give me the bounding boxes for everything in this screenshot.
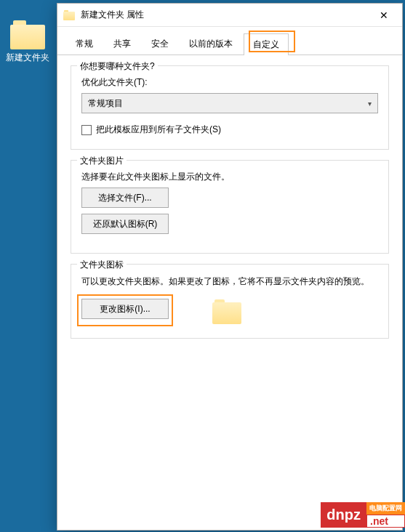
group-title: 文件夹图片 — [77, 155, 127, 167]
tab-customize[interactable]: 自定义 — [244, 33, 289, 55]
choose-file-button[interactable]: 选择文件(F)... — [81, 188, 169, 208]
group-folder-picture: 文件夹图片 选择要在此文件夹图标上显示的文件。 选择文件(F)... 还原默认图… — [71, 160, 389, 254]
tab-sharing[interactable]: 共享 — [104, 33, 140, 55]
chevron-down-icon: ▾ — [368, 100, 372, 108]
tab-previous-versions[interactable]: 以前的版本 — [180, 33, 242, 55]
icon-desc: 可以更改文件夹图标。如果更改了图标，它将不再显示文件夹内容的预览。 — [81, 275, 378, 289]
close-icon: ✕ — [380, 9, 388, 21]
optimize-label: 优化此文件夹(T): — [81, 76, 378, 89]
checkbox-icon — [81, 125, 92, 135]
checkbox-label: 把此模板应用到所有子文件夹(S) — [96, 124, 221, 136]
watermark-net: .net — [366, 515, 405, 528]
tab-general[interactable]: 常规 — [66, 33, 103, 55]
group-folder-type: 你想要哪种文件夹? 优化此文件夹(T): 常规项目 ▾ 把此模板应用到所有子文件… — [71, 65, 389, 150]
folder-icon — [10, 20, 45, 49]
watermark-sub: 电脑配置网 — [366, 502, 405, 515]
titlebar: 新建文件夹 属性 ✕ — [57, 4, 402, 27]
desktop-folder-icon[interactable]: 新建文件夹 — [6, 20, 49, 63]
dialog-title: 新建文件夹 属性 — [81, 9, 369, 21]
dropdown-value: 常规项目 — [88, 97, 123, 110]
group-folder-icon: 文件夹图标 可以更改文件夹图标。如果更改了图标，它将不再显示文件夹内容的预览。 … — [71, 264, 389, 339]
tab-bar: 常规 共享 安全 以前的版本 自定义 — [57, 27, 402, 55]
change-icon-button[interactable]: 更改图标(I)... — [81, 299, 169, 319]
apply-subfolders-checkbox[interactable]: 把此模板应用到所有子文件夹(S) — [81, 124, 378, 136]
close-button[interactable]: ✕ — [369, 4, 399, 26]
folder-preview-icon — [212, 299, 241, 324]
dialog-content: 你想要哪种文件夹? 优化此文件夹(T): 常规项目 ▾ 把此模板应用到所有子文件… — [57, 55, 402, 495]
folder-icon — [63, 10, 75, 20]
optimize-dropdown[interactable]: 常规项目 ▾ — [81, 93, 378, 113]
watermark-brand: dnpz — [321, 502, 366, 528]
tab-security[interactable]: 安全 — [142, 33, 178, 55]
group-title: 你想要哪种文件夹? — [77, 60, 158, 73]
properties-dialog: 新建文件夹 属性 ✕ 常规 共享 安全 以前的版本 自定义 你想要哪种文件夹? … — [57, 3, 403, 531]
annotation-highlight: 更改图标(I)... — [81, 299, 169, 325]
desktop-folder-label: 新建文件夹 — [6, 52, 49, 63]
picture-desc: 选择要在此文件夹图标上显示的文件。 — [81, 171, 378, 183]
group-title: 文件夹图标 — [77, 259, 127, 271]
watermark-logo: dnpz 电脑配置网 .net — [321, 502, 405, 528]
restore-default-button[interactable]: 还原默认图标(R) — [81, 214, 169, 234]
